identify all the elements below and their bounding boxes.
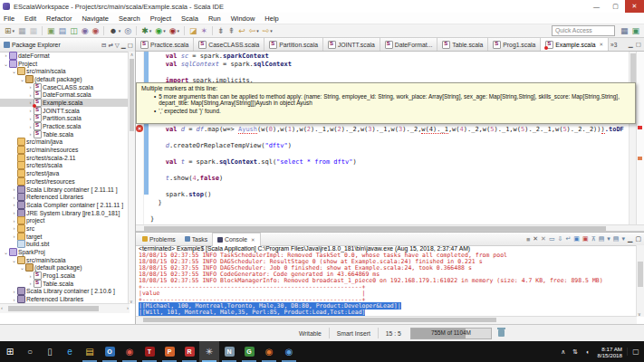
tree-item-jointt-scala[interactable]: ›JOINTT.scala (0, 107, 129, 115)
tree-item-sparkproj[interactable]: ⌄SparkProj (0, 248, 129, 256)
expand-arrow-icon[interactable]: › (27, 84, 34, 90)
tab-caseclass-scala[interactable]: CaseCLASS.scala (194, 38, 264, 51)
pin-console-icon[interactable]: ⊼ (591, 235, 596, 243)
tree-item-src-test-resources[interactable]: src/test/resources (0, 177, 129, 186)
console-line[interactable]: |[Will, 101, Montreal, Male,35, Perl:85,… (139, 310, 637, 316)
menu-navigate[interactable]: Navigate (82, 14, 109, 23)
wand-icon[interactable]: ✶ (201, 27, 208, 35)
save-all-icon[interactable]: ▦ (30, 27, 38, 35)
view-menu-icon[interactable]: ▽ (115, 42, 120, 49)
link-with-editor-icon[interactable]: ⇄ (108, 42, 112, 49)
code-area[interactable]: val sc = spark.sparkContext val sqlConte… (150, 52, 630, 224)
maximize-button[interactable]: ▢ (606, 0, 625, 13)
code-line[interactable] (150, 207, 630, 215)
code-line[interactable]: val t = spark.sqlContext.sql("select * f… (150, 158, 630, 167)
code-line[interactable]: d.createOrReplaceTempView("dftv") (150, 142, 630, 150)
menu-help[interactable]: Help (264, 14, 278, 23)
scroll-right-arrow[interactable]: › (127, 305, 129, 310)
powerpoint-icon[interactable]: P (159, 341, 179, 362)
menu-edit[interactable]: Edit (24, 14, 36, 23)
expand-arrow-icon[interactable]: › (11, 289, 17, 294)
code-line[interactable]: val sc = spark.sparkContext (150, 52, 630, 61)
quick-access-input[interactable]: Quick Access (552, 25, 615, 36)
tree-item-referenced-libraries[interactable]: ›Referenced Libraries (0, 193, 129, 201)
expand-arrow-icon[interactable]: › (11, 210, 17, 215)
expand-arrow-icon[interactable]: › (27, 92, 34, 98)
taskbar-clock[interactable]: 8:17 AM 8/15/2018 (597, 346, 622, 358)
collapse-arrow-icon[interactable]: ⌄ (19, 264, 25, 271)
task-view-button[interactable]: ▯ (40, 341, 60, 362)
notepad-icon[interactable]: N (219, 341, 239, 362)
type-hierarchy-icon[interactable]: ◉ (92, 27, 100, 35)
code-line[interactable]: } (150, 199, 630, 207)
console-vscrollbar[interactable]: ∨ (636, 245, 644, 317)
open-type-icon[interactable]: ◉ (82, 27, 89, 35)
maximize-view-icon[interactable]: ▢ (636, 41, 641, 48)
close-tab-icon[interactable]: ✕ (599, 42, 603, 47)
hidden-icons-caret[interactable]: ∧ (561, 348, 565, 356)
hscroll-thumb[interactable] (143, 318, 496, 322)
collapse-all-icon[interactable]: ⊟ (101, 42, 106, 49)
console-tab-tasks[interactable]: Tasks (180, 233, 212, 245)
tab-overflow-chevron[interactable]: »3 (610, 42, 617, 48)
editor-hscrollbar[interactable] (136, 224, 644, 232)
last-edit-location-icon[interactable]: ↩ (238, 27, 245, 35)
green-doc-icon[interactable]: G (239, 341, 259, 362)
network-icon[interactable]: ⇅ (572, 348, 578, 356)
search-icon[interactable]: ◎ (124, 27, 131, 35)
tab-jointt-scala[interactable]: JOINTT.scala (323, 38, 380, 51)
minimize-view-icon[interactable]: ▁ (629, 41, 633, 48)
expand-arrow-icon[interactable]: › (27, 124, 34, 129)
tree-item-src-test-java[interactable]: src/test/java (0, 169, 129, 177)
close-button[interactable]: ✕ (625, 0, 644, 13)
start-button[interactable]: ⊞ (0, 341, 20, 362)
edge-icon[interactable]: e (60, 341, 80, 362)
chrome-icon[interactable]: ◉ (120, 341, 139, 362)
scala-ide-icon[interactable]: ✳ (199, 341, 219, 362)
menu-file[interactable]: File (4, 14, 14, 23)
expand-arrow-icon[interactable]: › (11, 186, 17, 192)
warning-overview-mark[interactable] (638, 157, 642, 160)
tab-example-scala[interactable]: Example.scala✕ (541, 38, 609, 51)
tab-prog1-scala[interactable]: Prog1.scala (488, 38, 541, 51)
remove-all-launches-icon[interactable]: ✕ (541, 235, 546, 243)
tree-item-scala-library-container-2-11-11[interactable]: ›Scala Library container [ 2.11.11 ] (0, 186, 129, 194)
remove-launch-icon[interactable]: ✕ (533, 235, 538, 243)
package-explorer-vscrollbar[interactable]: ∧∨ (128, 52, 135, 304)
menu-run[interactable]: Run (208, 14, 221, 23)
menu-project[interactable]: Project (150, 14, 171, 23)
tree-item-default-package[interactable]: ⌄(default package) (0, 264, 129, 272)
code-line[interactable]: val sqlContext = spark.sqlContext (150, 61, 630, 69)
menu-refactor[interactable]: Refactor (46, 14, 72, 23)
expand-arrow-icon[interactable]: › (27, 281, 34, 286)
error-marker-icon[interactable]: ✕ (136, 125, 143, 132)
new-wizard-icon[interactable]: ⊞▾ (5, 27, 14, 35)
expand-arrow-icon[interactable]: › (27, 108, 34, 113)
expand-arrow-icon[interactable]: › (11, 218, 17, 224)
expand-arrow-icon[interactable]: › (11, 225, 17, 231)
open-perspective-icon[interactable]: ▦ (620, 27, 629, 35)
tree-item-src-test-scala[interactable]: src/test/scala (0, 162, 129, 170)
mark-occurrences-icon[interactable]: ▣ (47, 27, 55, 35)
expand-arrow-icon[interactable]: › (11, 297, 17, 302)
expand-arrow-icon[interactable]: › (27, 273, 34, 279)
tree-item-table-scala[interactable]: ›Table.scala (0, 130, 129, 138)
code-line[interactable] (150, 183, 630, 191)
tree-item-default-package[interactable]: ⌄(default package) (0, 75, 129, 83)
vscroll-thumb[interactable] (130, 59, 134, 131)
open-console-icon[interactable]: ▤▾ (613, 235, 625, 243)
next-annotation-icon[interactable]: ⇟ (217, 27, 225, 35)
console-hscrollbar[interactable] (136, 316, 637, 324)
console-tab-console[interactable]: Console✕ (212, 233, 261, 246)
show-stdout-icon[interactable]: ▣ (573, 235, 580, 243)
rsa-icon[interactable]: R (179, 341, 199, 362)
messenger-icon[interactable]: ◉ (279, 341, 299, 362)
hscroll-thumb[interactable] (144, 226, 606, 231)
garbage-collect-button[interactable] (498, 329, 505, 337)
scala-perspective-icon[interactable]: ▣ (631, 27, 639, 35)
maximize-view-icon[interactable]: ▢ (635, 235, 641, 243)
terminate-icon[interactable]: ■ (526, 236, 530, 243)
expand-arrow-icon[interactable]: › (27, 131, 34, 137)
collapse-arrow-icon[interactable]: ⌄ (19, 76, 25, 82)
forward-icon[interactable]: ⇨▾ (263, 27, 273, 35)
